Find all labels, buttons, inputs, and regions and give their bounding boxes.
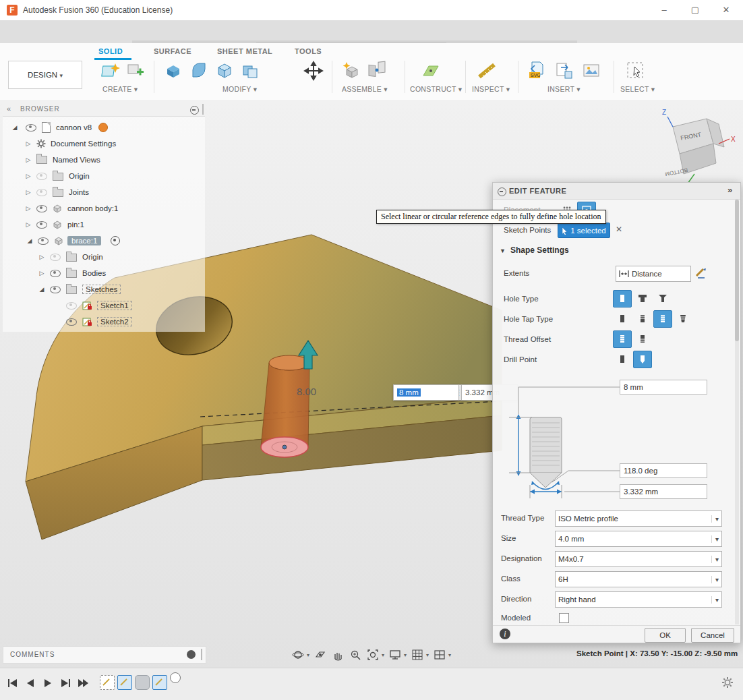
group-label-inspect[interactable]: INSPECT ▾ (472, 85, 510, 93)
pan-icon[interactable] (331, 648, 345, 662)
view-cube[interactable]: FRONT BOTTOM X Y Z (654, 107, 742, 191)
fit-icon[interactable] (366, 648, 380, 662)
step-back-button[interactable] (23, 676, 38, 690)
create-sketch-icon[interactable] (100, 59, 123, 82)
thread-offset-full-button[interactable] (613, 330, 632, 348)
timeline-feature-hole[interactable] (170, 672, 181, 683)
ok-button[interactable]: OK (645, 628, 686, 643)
tab-tools[interactable]: TOOLS (295, 47, 322, 55)
insert-derive-icon[interactable] (553, 59, 576, 82)
hole-type-counterbore-button[interactable] (633, 290, 652, 308)
viewcube-bottom-label[interactable]: BOTTOM (664, 167, 688, 177)
viewports-icon[interactable] (433, 648, 446, 662)
modeled-checkbox[interactable] (559, 613, 569, 623)
hole-type-countersink-button[interactable] (653, 290, 672, 308)
fit-caret-icon[interactable]: ▾ (382, 652, 384, 658)
hole-type-simple-button[interactable] (613, 290, 632, 308)
flip-direction-icon[interactable] (694, 265, 709, 280)
extents-combo[interactable]: Distance (616, 266, 691, 282)
group-label-create[interactable]: CREATE ▾ (102, 85, 138, 93)
dialog-overflow-icon[interactable]: » (727, 185, 732, 195)
tree-row-sketch2[interactable]: Sketch2 (62, 314, 132, 329)
drill-point-flat-button[interactable] (613, 351, 632, 368)
browser-collapse-icon[interactable]: « (7, 105, 11, 113)
timeline-settings-gear-icon[interactable] (721, 676, 734, 691)
tree-row-brace-active[interactable]: ◢ brace:1 (26, 233, 120, 248)
tree-row-cannon-body[interactable]: ▷ cannon body:1 (24, 201, 118, 216)
dialog-header[interactable]: EDIT FEATURE » (493, 183, 740, 200)
sketch-point[interactable] (283, 445, 287, 449)
group-label-construct[interactable]: CONSTRUCT ▾ (410, 85, 462, 93)
tree-row-origin[interactable]: ▷ Origin (24, 169, 90, 183)
tree-row-root[interactable]: ◢ cannon v8 (11, 120, 108, 135)
expand-icon[interactable]: ▷ (38, 254, 46, 260)
maximize-button[interactable]: ▢ (684, 3, 707, 18)
measure-icon[interactable] (476, 59, 499, 82)
dialog-scrollbar-track[interactable] (735, 200, 739, 624)
tree-row-joints[interactable]: ▷ Joints (24, 185, 89, 200)
display-settings-icon[interactable] (388, 648, 402, 662)
dialog-collapse-icon[interactable] (498, 187, 506, 196)
visibility-eye-icon[interactable] (50, 270, 61, 277)
direction-select[interactable]: Right hand ▾ (555, 591, 722, 608)
insert-svg-icon[interactable]: SVG (526, 59, 549, 82)
tree-row-pin[interactable]: ▷ pin:1 (24, 217, 84, 232)
activate-component-radio[interactable] (111, 236, 120, 245)
info-icon[interactable]: i (500, 629, 510, 639)
visibility-eye-icon[interactable] (26, 124, 36, 132)
group-label-assemble[interactable]: ASSEMBLE ▾ (342, 85, 388, 93)
go-to-end-button[interactable] (76, 676, 90, 690)
tap-type-simple-button[interactable] (613, 310, 632, 328)
tree-row-brace-origin[interactable]: ▷ Origin (38, 250, 103, 264)
tree-row-sketch1[interactable]: Sketch1 (62, 298, 132, 313)
tree-label[interactable]: Origin (69, 172, 90, 180)
shape-settings-header[interactable]: Shape Settings (510, 245, 569, 255)
clear-selection-icon[interactable]: ✕ (616, 225, 622, 234)
tree-row-bodies[interactable]: ▷ Bodies (38, 266, 106, 281)
timeline-feature-sketch3[interactable] (152, 675, 167, 690)
size-select[interactable]: 4.0 mm ▾ (555, 531, 722, 547)
timeline-feature-body[interactable] (135, 675, 150, 690)
tree-label[interactable]: cannon v8 (56, 123, 92, 132)
tree-label[interactable]: Sketch2 (97, 317, 132, 326)
tree-row-sketches[interactable]: ◢ Sketches (38, 282, 121, 297)
orbit-caret-icon[interactable]: ▾ (307, 652, 309, 658)
expand-icon[interactable]: ◢ (38, 286, 46, 293)
browser-minimize-icon[interactable] (190, 106, 199, 115)
minimize-button[interactable]: – (653, 3, 676, 18)
comments-panel[interactable]: COMMENTS (3, 646, 206, 664)
thread-type-select[interactable]: ISO Metric profile ▾ (555, 511, 722, 527)
expand-icon[interactable]: ▷ (24, 140, 32, 147)
comments-expand-icon[interactable] (187, 650, 196, 659)
angle-input[interactable]: 118.0 deg (620, 463, 707, 478)
timeline-feature-sketch2[interactable] (117, 675, 132, 690)
group-label-select[interactable]: SELECT ▾ (620, 85, 655, 93)
tab-solid[interactable]: SOLID (98, 47, 123, 55)
zoom-icon[interactable] (349, 648, 362, 662)
go-to-start-button[interactable] (5, 676, 20, 690)
expand-icon[interactable]: ▷ (24, 173, 32, 179)
press-pull-icon[interactable] (162, 59, 185, 82)
timeline-feature-sketch1[interactable] (100, 675, 115, 690)
tree-row-named-views[interactable]: ▷ Named Views (24, 152, 100, 167)
expand-icon[interactable]: ▷ (24, 189, 32, 196)
visibility-eye-icon[interactable] (38, 237, 49, 245)
dialog-scrollbar-thumb[interactable] (735, 200, 739, 341)
play-button[interactable] (40, 676, 55, 690)
tree-label[interactable]: cannon body:1 (67, 204, 118, 212)
expand-icon[interactable]: ◢ (26, 237, 34, 244)
display-caret-icon[interactable]: ▾ (404, 652, 407, 658)
hole-preview-cylinder[interactable] (261, 355, 309, 457)
combine-icon[interactable] (239, 59, 262, 82)
workspace-selector[interactable]: DESIGN ▾ (8, 61, 82, 89)
comments-scrollbar[interactable] (201, 649, 202, 660)
class-select[interactable]: 6H ▾ (555, 571, 722, 587)
visibility-eye-icon[interactable] (66, 318, 77, 326)
expand-icon[interactable]: ▷ (24, 205, 32, 212)
new-component-icon[interactable] (340, 59, 363, 82)
group-label-modify[interactable]: MODIFY ▾ (222, 85, 257, 93)
visibility-eye-icon[interactable] (36, 221, 47, 229)
grid-icon[interactable] (411, 648, 424, 662)
tip-length-input[interactable]: 3.332 mm (620, 484, 707, 499)
inline-depth-input[interactable]: 8 mm (393, 384, 459, 401)
